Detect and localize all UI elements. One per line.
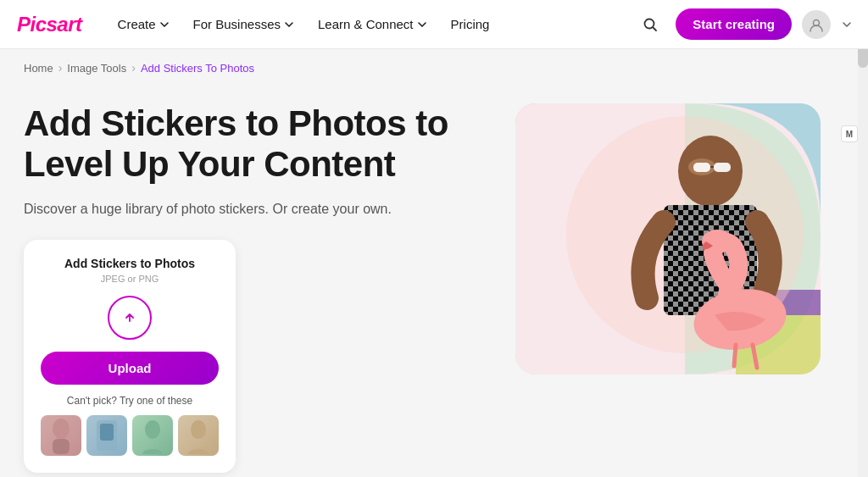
- nav-right: Start creating: [635, 8, 851, 40]
- breadcrumb: Home › Image Tools › Add Stickers To Pho…: [0, 49, 868, 86]
- upload-card: Add Stickers to Photos JPEG or PNG Uploa…: [24, 240, 236, 473]
- svg-rect-16: [693, 163, 710, 172]
- sample-images: [41, 415, 219, 456]
- scrollbar-track[interactable]: [858, 0, 868, 477]
- upload-card-title: Add Stickers to Photos: [41, 257, 219, 270]
- avatar[interactable]: [802, 10, 831, 39]
- user-icon: [809, 17, 824, 32]
- breadcrumb-home[interactable]: Home: [24, 62, 53, 75]
- hero-scene-svg: [515, 103, 821, 374]
- breadcrumb-separator-2: ›: [131, 61, 136, 75]
- upload-arrow-icon: [120, 308, 140, 328]
- svg-point-0: [645, 19, 654, 28]
- logo[interactable]: Picsart: [17, 13, 82, 36]
- navbar: Picsart Create For Businesses Learn & Co…: [0, 0, 868, 49]
- sample-face-4: [178, 415, 219, 456]
- main-content: Add Stickers to Photos to Level Up Your …: [0, 86, 868, 473]
- nav-label-pricing: Pricing: [451, 17, 490, 31]
- sample-face-2: [86, 415, 127, 456]
- nav-links: Create For Businesses Learn & Connect Pr…: [108, 12, 636, 36]
- sample-face-1: [41, 415, 81, 456]
- svg-rect-3: [53, 439, 70, 454]
- upload-icon-area: [41, 296, 219, 340]
- hero-image: [515, 103, 821, 374]
- svg-rect-5: [100, 424, 114, 441]
- upload-circle-icon: [108, 296, 152, 340]
- upload-button[interactable]: Upload: [41, 352, 219, 385]
- sample-image-2[interactable]: [86, 415, 127, 456]
- search-icon: [643, 17, 658, 32]
- sample-image-1[interactable]: [41, 415, 81, 456]
- right-section: [515, 103, 821, 374]
- nav-item-learn[interactable]: Learn & Connect: [308, 12, 437, 36]
- svg-point-6: [145, 420, 160, 439]
- svg-rect-17: [714, 163, 731, 172]
- chevron-down-icon: [159, 19, 170, 30]
- nav-label-learn: Learn & Connect: [318, 17, 414, 31]
- svg-point-7: [191, 420, 206, 439]
- nav-label-businesses: For Businesses: [193, 17, 281, 31]
- nav-label-create: Create: [118, 17, 156, 31]
- logo-text: Picsart: [17, 13, 82, 36]
- breadcrumb-image-tools[interactable]: Image Tools: [67, 62, 126, 75]
- nav-item-businesses[interactable]: For Businesses: [183, 12, 304, 36]
- svg-line-21: [734, 345, 736, 366]
- start-creating-button[interactable]: Start creating: [676, 8, 792, 40]
- nav-item-create[interactable]: Create: [108, 12, 180, 36]
- chevron-down-icon-3: [417, 19, 427, 30]
- ad-badge: M: [841, 125, 858, 142]
- hero-title: Add Stickers to Photos to Level Up Your …: [24, 103, 481, 186]
- sample-image-3[interactable]: [132, 415, 173, 456]
- search-button[interactable]: [635, 9, 665, 40]
- nav-item-pricing[interactable]: Pricing: [441, 12, 500, 36]
- breadcrumb-current: Add Stickers To Photos: [141, 62, 254, 75]
- sample-image-4[interactable]: [178, 415, 219, 456]
- hero-subtitle: Discover a huge library of photo sticker…: [24, 199, 481, 219]
- left-section: Add Stickers to Photos to Level Up Your …: [24, 103, 481, 473]
- chevron-down-icon-2: [284, 19, 294, 30]
- cant-pick-text: Can't pick? Try one of these: [41, 395, 219, 407]
- avatar-chevron-icon[interactable]: [843, 22, 851, 27]
- svg-point-20: [702, 230, 732, 253]
- breadcrumb-separator-1: ›: [58, 61, 63, 75]
- sample-face-3: [132, 415, 173, 456]
- svg-point-2: [53, 419, 70, 439]
- upload-card-format: JPEG or PNG: [41, 274, 219, 284]
